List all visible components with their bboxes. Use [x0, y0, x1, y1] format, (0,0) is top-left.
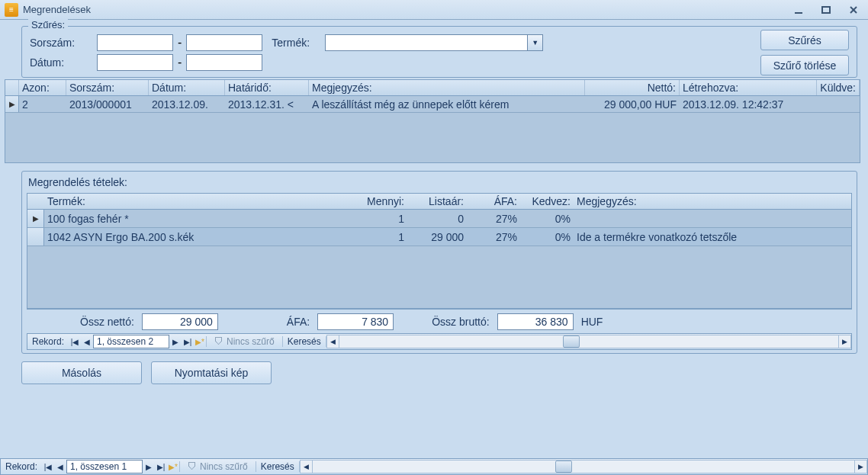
scroll-right-icon[interactable]: ▶	[854, 461, 866, 473]
search-label[interactable]: Keresés	[283, 336, 326, 347]
col-kedvez[interactable]: Kedvez:	[520, 194, 574, 209]
rekord-label: Rekord:	[1, 461, 42, 472]
inner-record-navigator: Rekord: |◀ ◀ ▶ ▶| ▶* ⛉Nincs szűrő Keresé…	[27, 333, 852, 350]
orders-grid-header: Azon: Sorszám: Dátum: Határidő: Megjegyz…	[5, 79, 860, 96]
col-item-megj[interactable]: Megjegyzés:	[574, 194, 851, 209]
svg-rect-1	[822, 7, 830, 13]
col-netto[interactable]: Nettó:	[585, 80, 680, 95]
col-datum[interactable]: Dátum:	[149, 80, 225, 95]
datum-from-input[interactable]	[97, 54, 173, 71]
clear-filter-button[interactable]: Szűrő törlése	[760, 55, 849, 75]
items-panel: Megrendelés tételek: Termék: Mennyi: Lis…	[21, 171, 857, 354]
col-afa[interactable]: ÁFA:	[467, 194, 520, 209]
outer-record-navigator: Rekord: |◀ ◀ ▶ ▶| ▶* ⛉Nincs szűrő Keresé…	[0, 458, 868, 475]
filter-title: Szűrés:	[28, 19, 68, 30]
col-mennyiseg[interactable]: Mennyi:	[352, 194, 407, 209]
ossz-brutto-label: Össz bruttó:	[432, 316, 489, 328]
datum-label: Dátum:	[30, 56, 92, 69]
col-letrehozva[interactable]: Létrehozva:	[680, 80, 817, 95]
filter-icon: ⛉	[214, 336, 223, 347]
filter-status[interactable]: ⛉Nincs szűrő	[206, 336, 283, 347]
nav-prev-button[interactable]: ◀	[54, 463, 66, 471]
horizontal-scrollbar[interactable]: ◀ ▶	[326, 335, 851, 348]
row-marker-icon	[27, 228, 44, 246]
scroll-left-icon[interactable]: ◀	[327, 335, 339, 348]
col-megjegyzes[interactable]: Megjegyzés:	[309, 80, 585, 95]
col-sorszam[interactable]: Sorszám:	[66, 80, 149, 95]
rekord-label: Rekord:	[27, 336, 69, 347]
horizontal-scrollbar[interactable]: ◀ ▶	[300, 460, 867, 473]
totals-bar: Össz nettó: 29 000 ÁFA: 7 830 Össz brutt…	[27, 309, 852, 333]
nav-last-button[interactable]: ▶|	[155, 463, 167, 471]
scroll-thumb[interactable]	[555, 461, 572, 473]
scroll-right-icon[interactable]: ▶	[838, 335, 850, 348]
items-grid-header: Termék: Mennyi: Listaár: ÁFA: Kedvez: Me…	[27, 193, 852, 210]
ossz-netto-value: 29 000	[142, 313, 218, 330]
currency-label: HUF	[581, 316, 603, 328]
filter-button[interactable]: Szűrés	[760, 30, 849, 50]
termek-combo[interactable]: ▼	[325, 34, 543, 51]
ossz-netto-label: Össz nettó:	[80, 316, 134, 328]
ossz-brutto-value: 36 830	[497, 313, 574, 330]
nav-next-button[interactable]: ▶	[143, 463, 155, 471]
col-termek[interactable]: Termék:	[44, 194, 352, 209]
table-row[interactable]: ▶ 100 fogas fehér * 1 0 27% 0%	[27, 210, 851, 228]
chevron-down-icon[interactable]: ▼	[527, 35, 542, 50]
close-button[interactable]	[844, 4, 863, 16]
afa-label: ÁFA:	[287, 316, 310, 328]
record-position-input[interactable]	[66, 460, 143, 473]
filter-panel: Szűrés: Szűrés Szűrő törlése Sorszám: - …	[21, 26, 857, 78]
app-icon: ≡	[5, 3, 18, 17]
row-marker-icon: ▶	[5, 96, 19, 112]
sorszam-from-input[interactable]	[97, 34, 173, 51]
record-position-input[interactable]	[93, 335, 169, 348]
sorszam-to-input[interactable]	[186, 34, 262, 51]
scroll-left-icon[interactable]: ◀	[301, 461, 313, 473]
termek-label: Termék:	[272, 37, 320, 49]
search-label[interactable]: Keresés	[256, 461, 300, 472]
table-row[interactable]: ▶ 2 2013/000001 2013.12.09. 2013.12.31. …	[5, 96, 860, 113]
window-title: Megrendelések	[23, 4, 789, 15]
items-grid-body[interactable]: ▶ 100 fogas fehér * 1 0 27% 0% 1042 ASYN…	[27, 210, 852, 309]
filter-status[interactable]: ⛉Nincs szűrő	[179, 461, 256, 472]
nav-new-button[interactable]: ▶*	[167, 463, 179, 471]
col-kuldve[interactable]: Küldve:	[817, 80, 860, 95]
filter-icon: ⛉	[188, 461, 197, 472]
nav-prev-button[interactable]: ◀	[81, 338, 93, 346]
row-marker-icon: ▶	[27, 210, 44, 227]
scroll-thumb[interactable]	[563, 335, 580, 348]
nav-first-button[interactable]: |◀	[69, 338, 81, 346]
col-azon[interactable]: Azon:	[19, 80, 66, 95]
table-row[interactable]: 1042 ASYN Ergo BA.200 s.kék 1 29 000 27%…	[27, 228, 851, 246]
minimize-button[interactable]	[789, 4, 809, 16]
nav-next-button[interactable]: ▶	[169, 338, 182, 346]
col-hatarido[interactable]: Határidő:	[225, 80, 309, 95]
orders-grid-body[interactable]: ▶ 2 2013/000001 2013.12.09. 2013.12.31. …	[5, 96, 860, 163]
sorszam-label: Sorszám:	[30, 37, 92, 49]
maximize-button[interactable]	[816, 4, 836, 16]
title-bar: ≡ Megrendelések	[0, 0, 868, 20]
datum-to-input[interactable]	[186, 54, 262, 71]
copy-button[interactable]: Másolás	[21, 361, 142, 384]
col-listaar[interactable]: Listaár:	[407, 194, 467, 209]
print-preview-button[interactable]: Nyomtatási kép	[151, 361, 272, 384]
items-title: Megrendelés tételek:	[27, 176, 852, 193]
nav-first-button[interactable]: |◀	[42, 463, 54, 471]
nav-new-button[interactable]: ▶*	[194, 338, 206, 346]
afa-value: 7 830	[317, 313, 394, 330]
nav-last-button[interactable]: ▶|	[182, 338, 194, 346]
